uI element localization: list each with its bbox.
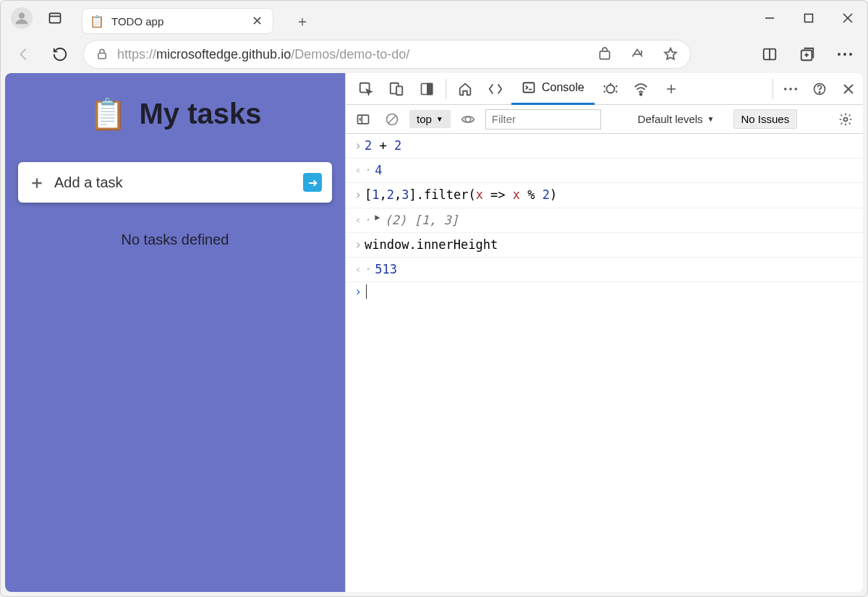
issues-tab-icon[interactable]	[596, 73, 625, 105]
svg-point-17	[849, 53, 852, 56]
console-prompt[interactable]: ›	[346, 282, 863, 301]
svg-point-34	[789, 88, 792, 90]
svg-rect-4	[805, 14, 813, 22]
elements-tab-icon[interactable]	[481, 73, 510, 105]
inspect-icon[interactable]	[352, 73, 380, 105]
minimize-button[interactable]	[750, 1, 789, 35]
submit-task-button[interactable]: ➜	[303, 173, 322, 192]
dock-side-icon[interactable]	[412, 73, 441, 105]
svg-point-24	[606, 85, 614, 93]
close-tab-icon[interactable]: ✕	[249, 13, 265, 29]
clear-console-icon[interactable]	[380, 108, 404, 131]
toggle-sidebar-icon[interactable]	[352, 108, 375, 131]
welcome-tab-icon[interactable]	[451, 73, 480, 105]
svg-line-28	[616, 90, 617, 92]
devtools-panel: Console top ▼ Default levels ▼	[345, 73, 863, 592]
console-output[interactable]: ›2 + 2‹·4›[1,2,3].filter(x => x % 2)‹·▶(…	[346, 134, 863, 592]
profile-avatar[interactable]	[11, 7, 33, 29]
log-levels-selector[interactable]: Default levels ▼	[638, 113, 720, 125]
tab-title: TODO app	[111, 15, 242, 27]
console-line: ›2 + 2	[346, 134, 863, 158]
console-line: ›[1,2,3].filter(x => x % 2)	[346, 183, 863, 208]
network-tab-icon[interactable]	[626, 73, 655, 105]
devtools-more-icon[interactable]	[776, 73, 805, 105]
collections-icon[interactable]	[795, 42, 820, 67]
live-expression-icon[interactable]	[456, 108, 480, 131]
maximize-button[interactable]	[789, 1, 828, 35]
svg-point-0	[19, 13, 25, 19]
svg-rect-8	[600, 51, 609, 59]
url-text: https://microsoftedge.github.io/Demos/de…	[117, 47, 409, 62]
close-window-button[interactable]	[828, 1, 867, 35]
help-icon[interactable]	[805, 73, 834, 105]
shopping-icon[interactable]	[593, 47, 616, 62]
svg-line-26	[616, 85, 617, 87]
device-toggle-icon[interactable]	[382, 73, 411, 105]
console-tab[interactable]: Console	[511, 73, 595, 105]
page-title: 📋My tasks	[89, 96, 262, 132]
svg-rect-40	[358, 115, 369, 124]
browser-tab[interactable]: 📋 TODO app ✕	[82, 8, 273, 34]
svg-rect-23	[524, 82, 535, 92]
split-screen-icon[interactable]	[757, 42, 782, 67]
svg-line-25	[604, 85, 605, 87]
filter-input[interactable]	[485, 109, 601, 130]
svg-line-43	[388, 116, 396, 123]
add-task-input[interactable]: ＋ Add a task ➜	[18, 162, 332, 203]
svg-rect-7	[98, 54, 106, 59]
console-line: ›window.innerHeight	[346, 233, 863, 258]
no-issues-badge[interactable]: No Issues	[733, 109, 798, 129]
console-line: ‹·513	[346, 258, 863, 282]
lock-icon	[95, 48, 109, 61]
svg-rect-22	[427, 83, 433, 94]
favorite-icon[interactable]	[658, 46, 683, 62]
svg-point-16	[843, 53, 846, 56]
console-line: ‹·4	[346, 158, 863, 183]
context-selector[interactable]: top ▼	[409, 110, 451, 128]
console-line: ‹·▶(2) [1, 3]	[346, 208, 863, 233]
close-devtools-icon[interactable]	[834, 73, 863, 105]
plus-icon: ＋	[28, 171, 46, 194]
svg-rect-20	[396, 86, 402, 95]
address-bar[interactable]: https://microsoftedge.github.io/Demos/de…	[83, 40, 691, 69]
console-settings-icon[interactable]	[834, 112, 857, 127]
svg-rect-1	[50, 13, 61, 22]
clipboard-icon: 📋	[90, 14, 104, 28]
clipboard-icon: 📋	[89, 96, 127, 132]
svg-point-33	[784, 88, 787, 90]
svg-point-30	[639, 93, 642, 95]
read-aloud-icon[interactable]	[625, 47, 650, 62]
todo-app-panel: 📋My tasks ＋ Add a task ➜ No tasks define…	[5, 73, 345, 592]
svg-point-45	[843, 117, 847, 121]
add-task-placeholder: Add a task	[54, 174, 294, 191]
back-button[interactable]	[11, 41, 37, 67]
svg-point-44	[465, 117, 470, 122]
svg-point-35	[794, 88, 797, 90]
svg-point-15	[838, 53, 841, 56]
refresh-button[interactable]	[47, 41, 73, 67]
tab-actions-icon[interactable]	[43, 6, 67, 30]
svg-point-37	[819, 91, 820, 93]
svg-line-27	[604, 90, 605, 92]
more-menu-icon[interactable]	[833, 42, 857, 67]
new-tab-button[interactable]: ＋	[289, 8, 315, 34]
more-tabs-icon[interactable]	[657, 73, 686, 105]
empty-state-text: No tasks defined	[122, 232, 229, 248]
